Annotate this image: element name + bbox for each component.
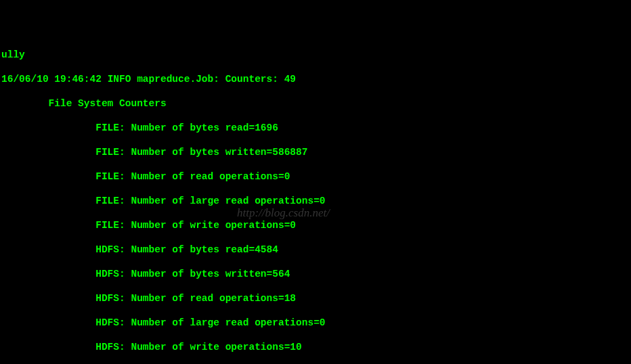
log-fragment-line: ully — [1, 49, 631, 61]
counter-line: HDFS: Number of large read operations=0 — [1, 317, 631, 329]
counter-line: FILE: Number of read operations=0 — [1, 170, 631, 183]
section-title-fs: File System Counters — [1, 97, 631, 110]
counter-line: HDFS: Number of write operations=10 — [1, 341, 631, 353]
counter-line: FILE: Number of large read operations=0 — [1, 195, 631, 207]
counter-line: HDFS: Number of bytes written=564 — [1, 268, 631, 280]
counter-line: HDFS: Number of bytes read=4584 — [1, 244, 631, 256]
counter-line: FILE: Number of bytes written=586887 — [1, 146, 631, 158]
log-header-line: 16/06/10 19:46:42 INFO mapreduce.Job: Co… — [1, 73, 631, 85]
counter-line: FILE: Number of write operations=0 — [1, 219, 631, 231]
watermark-text: http://blog.csdn.net/ — [237, 207, 330, 219]
counter-line: FILE: Number of bytes read=1696 — [1, 122, 631, 134]
counter-line: HDFS: Number of read operations=18 — [1, 292, 631, 304]
